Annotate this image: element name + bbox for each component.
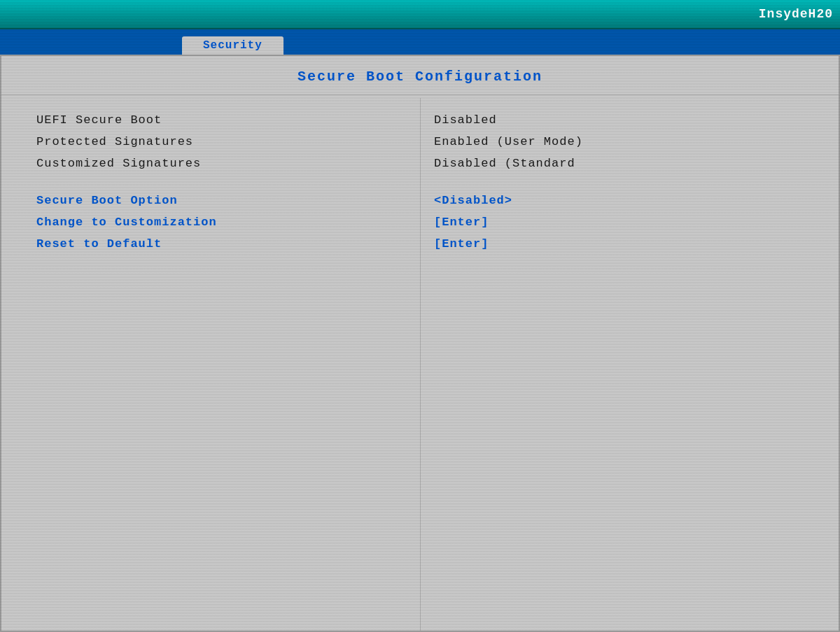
reset-to-default-label[interactable]: Reset to Default	[1, 237, 420, 251]
change-to-customization-label[interactable]: Change to Customization	[1, 216, 420, 229]
customized-signatures-label: Customized Signatures	[1, 157, 420, 170]
uefi-secure-boot-value: Disabled	[420, 113, 839, 127]
secure-boot-option-value[interactable]: <Disabled>	[420, 194, 839, 207]
top-bar: InsydeH20	[0, 0, 840, 29]
bios-screen: InsydeH20 Security Secure Boot Configura…	[0, 0, 840, 632]
secure-boot-option-label[interactable]: Secure Boot Option	[1, 194, 420, 207]
protected-signatures-value: Enabled (User Mode)	[420, 135, 839, 148]
nav-bar: Security	[0, 29, 840, 55]
main-content: Secure Boot Configuration UEFI Secure Bo…	[0, 55, 840, 632]
protected-signatures-label: Protected Signatures	[1, 135, 420, 148]
change-to-customization-value[interactable]: [Enter]	[420, 216, 839, 229]
security-tab[interactable]: Security	[182, 36, 284, 55]
reset-to-default-value[interactable]: [Enter]	[420, 237, 839, 251]
vertical-divider	[420, 98, 421, 631]
customized-signatures-value: Disabled (Standard	[420, 157, 839, 170]
bios-brand-label: InsydeH20	[759, 7, 833, 21]
section-title: Secure Boot Configuration	[1, 56, 839, 95]
uefi-secure-boot-label: UEFI Secure Boot	[1, 113, 420, 127]
